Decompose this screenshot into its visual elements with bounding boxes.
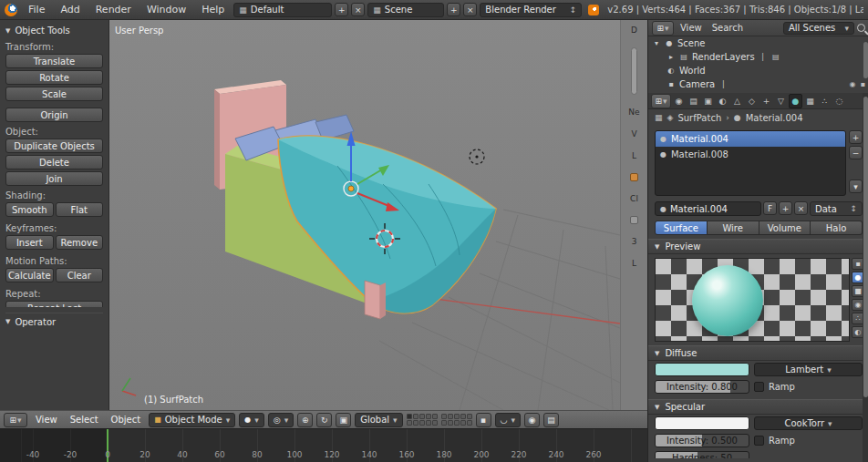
snap-selector[interactable]: ◡ ▾: [495, 413, 521, 427]
material-slot-list[interactable]: ● Material.004 ● Material.008: [655, 130, 846, 196]
collapsed-tab[interactable]: D: [631, 26, 637, 35]
outliner-menu-search[interactable]: Search: [708, 23, 747, 33]
lamp-object[interactable]: [470, 149, 484, 164]
expander-icon[interactable]: ▾: [652, 39, 661, 47]
specular-intensity-slider[interactable]: Intensity: 0.500: [655, 434, 749, 447]
diffuse-color-swatch[interactable]: [655, 363, 749, 376]
collapsed-gray-icon[interactable]: [630, 216, 638, 224]
scene-delete-button[interactable]: ×: [463, 3, 477, 16]
data-tab[interactable]: ▽: [774, 94, 788, 108]
calculate-paths-button[interactable]: Calculate: [5, 268, 54, 282]
translate-button[interactable]: Translate: [5, 54, 103, 68]
flat-button[interactable]: Flat: [56, 202, 104, 217]
diffuse-panel-header[interactable]: ▼ Diffuse: [648, 345, 868, 361]
visibility-eye-toggle[interactable]: ◉: [850, 80, 856, 88]
collapsed-tab[interactable]: Ne: [628, 108, 639, 117]
preview-panel-header[interactable]: ▼ Preview: [648, 239, 868, 254]
collapsed-orange-icon[interactable]: [630, 173, 638, 181]
material-name-input[interactable]: ● Material.004: [655, 201, 761, 216]
render-layers-tab[interactable]: ▤: [687, 94, 700, 108]
viewport-3d[interactable]: User Persp (1) SurfPatch: [109, 20, 620, 410]
menu-file[interactable]: File: [22, 4, 51, 15]
menu-help[interactable]: Help: [195, 4, 231, 15]
rotate-button[interactable]: Rotate: [5, 70, 103, 85]
manipulator-rotate-toggle[interactable]: ↻: [316, 413, 332, 427]
outliner-scrollbar[interactable]: [863, 42, 868, 78]
pivot-selector[interactable]: ◎ ▾: [268, 413, 294, 427]
repeat-last-button[interactable]: Repeat Last: [5, 301, 103, 307]
viewport-shading-selector[interactable]: ● ▾: [239, 413, 264, 427]
lock-to-scene-toggle[interactable]: ▪: [476, 413, 491, 427]
volume-tab[interactable]: Volume: [760, 221, 811, 235]
layout-add-button[interactable]: +: [335, 3, 348, 16]
slot-remove-button[interactable]: −: [849, 146, 863, 159]
menu-window[interactable]: Window: [140, 4, 192, 15]
slot-specials-button[interactable]: ▾: [849, 180, 863, 193]
diffuse-intensity-slider[interactable]: Intensity: 0.800: [655, 380, 749, 394]
duplicate-objects-button[interactable]: Duplicate Objects: [5, 139, 103, 153]
specular-shader-selector[interactable]: CookTorr ▾: [754, 416, 863, 430]
search-icon[interactable]: [857, 24, 865, 32]
diffuse-shader-selector[interactable]: Lambert ▾: [754, 363, 863, 376]
material-slot-selected[interactable]: ● Material.004: [656, 131, 845, 147]
render-animation-button[interactable]: ▤: [543, 413, 559, 427]
scene-add-button[interactable]: +: [447, 3, 460, 16]
collapsed-tab[interactable]: L: [632, 151, 636, 160]
screen-layout-selector[interactable]: ▦ Default: [233, 3, 332, 17]
particles-tab[interactable]: ∴: [818, 94, 832, 108]
outliner-row-camera[interactable]: ▪ Camera | ◉ ▪: [648, 77, 868, 91]
surface-tab[interactable]: Surface: [655, 221, 708, 235]
material-slot[interactable]: ● Material.008: [656, 147, 845, 162]
breadcrumb-material[interactable]: Material.004: [746, 113, 803, 123]
smooth-button[interactable]: Smooth: [5, 202, 54, 217]
modifiers-tab[interactable]: +: [760, 94, 773, 108]
bed-object[interactable]: [214, 80, 496, 319]
halo-tab[interactable]: Halo: [811, 221, 863, 235]
editor-type-selector[interactable]: ⊞ ▾: [4, 413, 27, 427]
render-opengl-button[interactable]: ◉: [524, 413, 540, 427]
viewport-scrollbar[interactable]: [631, 47, 637, 95]
menu-select[interactable]: Select: [66, 415, 103, 425]
material-unlink-button[interactable]: ×: [794, 201, 808, 215]
slot-add-button[interactable]: +: [849, 130, 863, 144]
delete-button[interactable]: Delete: [5, 155, 103, 169]
editor-type-selector[interactable]: ⊞ ▾: [651, 94, 671, 108]
scene-tab[interactable]: ▣: [701, 94, 715, 108]
menu-add[interactable]: Add: [54, 4, 86, 15]
properties-scrollbar[interactable]: [863, 97, 868, 397]
outliner-row-world[interactable]: ◐ World: [648, 64, 868, 77]
mode-selector[interactable]: ■ Object Mode ▾: [149, 413, 235, 427]
menu-object[interactable]: Object: [107, 415, 146, 425]
join-button[interactable]: Join: [5, 171, 103, 186]
scale-button[interactable]: Scale: [5, 87, 103, 101]
scene-selector[interactable]: ▦ Scene: [367, 3, 444, 17]
menu-render[interactable]: Render: [89, 4, 138, 15]
render-restrict-toggle[interactable]: ▪: [861, 80, 865, 88]
manipulator-translate-toggle[interactable]: ⊕: [297, 413, 313, 427]
insert-keyframe-button[interactable]: Insert: [5, 235, 54, 250]
outliner-menu-view[interactable]: View: [677, 23, 706, 33]
clear-paths-button[interactable]: Clear: [56, 268, 104, 282]
outliner-row-renderlayers[interactable]: ▸ ▤ RenderLayers | ▤: [648, 50, 868, 64]
physics-tab[interactable]: ◌: [832, 94, 846, 108]
manipulator-scale-toggle[interactable]: ▣: [336, 413, 351, 427]
specular-hardness-slider[interactable]: Hardness: 50: [655, 451, 749, 458]
render-engine-selector[interactable]: Blender Render ↕: [480, 3, 582, 17]
outliner-scope-selector[interactable]: All Scenes ▾: [783, 22, 854, 35]
collapsed-tab[interactable]: L: [632, 259, 636, 268]
specular-ramp-checkbox[interactable]: Ramp: [754, 434, 863, 447]
orientation-selector[interactable]: Global ▾: [355, 413, 402, 427]
datablock-selector[interactable]: Data ↕: [810, 201, 863, 216]
timeline[interactable]: -40 -20 0 20 40 60 80 100 120 140 160 18…: [0, 428, 647, 462]
operator-panel-header[interactable]: ▼ Operator: [5, 313, 103, 326]
outliner-row-scene[interactable]: ▾ ● Scene: [648, 36, 868, 50]
collapsed-tab[interactable]: 3: [632, 237, 637, 246]
object-tab[interactable]: △: [730, 94, 744, 108]
world-tab[interactable]: ◐: [716, 94, 729, 108]
layer-toggles[interactable]: [407, 414, 472, 426]
specular-panel-header[interactable]: ▼ Specular: [648, 399, 868, 415]
menu-view[interactable]: View: [31, 415, 62, 425]
layout-delete-button[interactable]: ×: [351, 3, 365, 16]
render-tab[interactable]: ◉: [672, 94, 686, 108]
fake-user-button[interactable]: F: [763, 201, 777, 215]
